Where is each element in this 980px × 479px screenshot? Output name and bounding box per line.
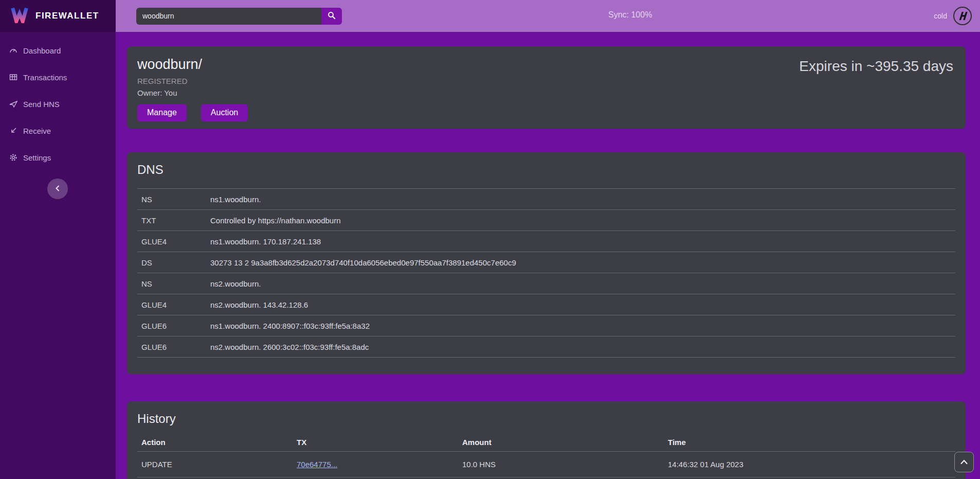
- domain-expiry: Expires in ~395.35 days: [799, 58, 953, 75]
- dns-table: NS ns1.woodburn. TXT Controlled by https…: [137, 188, 955, 358]
- search-group: [136, 8, 342, 25]
- dns-record-row: GLUE6 ns1.woodburn. 2400:8907::f03c:93ff…: [137, 315, 955, 336]
- domain-card: woodburn/ REGISTERED Owner: You Manage A…: [127, 46, 966, 129]
- dns-title: DNS: [137, 163, 955, 177]
- chevron-left-icon: [55, 184, 61, 193]
- sidebar-item-transactions[interactable]: Transactions: [0, 66, 116, 88]
- tx-link[interactable]: 70e64775...: [297, 460, 337, 469]
- dns-record-row: DS 30273 13 2 9a3a8fb3d625d2a2073d740f10…: [137, 252, 955, 273]
- dns-record-value: Controlled by https://nathan.woodburn: [210, 216, 341, 225]
- transactions-icon: [9, 73, 17, 81]
- dns-record-value: ns1.woodburn. 2400:8907::f03c:93ff:fe5a:…: [210, 322, 370, 330]
- dns-record-type: GLUE4: [137, 237, 210, 246]
- scroll-top-button[interactable]: [954, 452, 974, 472]
- history-card: History Action TX Amount Time UPDATE 70e…: [127, 401, 966, 479]
- topbar: Sync: 100% cold: [116, 0, 980, 32]
- dns-record-type: GLUE4: [137, 300, 210, 309]
- history-row: UPDATE 70e64775... 10.0 HNS 14:46:32 01 …: [137, 452, 955, 477]
- dns-record-row: NS ns1.woodburn.: [137, 189, 955, 210]
- dns-card: DNS NS ns1.woodburn. TXT Controlled by h…: [127, 152, 966, 374]
- dns-record-value: 30273 13 2 9a3a8fb3d625d2a2073d740f10da6…: [210, 258, 516, 267]
- sidebar: FIREWALLET Dashboard Transactions Send H…: [0, 0, 116, 479]
- dns-record-value: ns1.woodburn. 170.187.241.138: [210, 237, 321, 246]
- dns-record-row: TXT Controlled by https://nathan.woodbur…: [137, 210, 955, 231]
- column-header-tx: TX: [297, 438, 462, 447]
- history-table: Action TX Amount Time UPDATE 70e64775...…: [137, 433, 955, 479]
- search-icon: [328, 11, 336, 21]
- search-button[interactable]: [321, 8, 342, 25]
- history-action: UPDATE: [137, 460, 297, 469]
- dns-record-type: NS: [137, 279, 210, 288]
- main-content: woodburn/ REGISTERED Owner: You Manage A…: [116, 32, 980, 479]
- dns-record-type: GLUE6: [137, 343, 210, 351]
- wallet-name: cold: [934, 12, 947, 20]
- search-input[interactable]: [136, 8, 321, 25]
- send-icon: [9, 100, 17, 108]
- sidebar-item-dashboard[interactable]: Dashboard: [0, 39, 116, 62]
- domain-status: REGISTERED: [137, 77, 955, 85]
- receive-icon: [9, 127, 17, 135]
- dns-record-type: NS: [137, 195, 210, 204]
- sidebar-item-send-hns[interactable]: Send HNS: [0, 93, 116, 115]
- brand-header: FIREWALLET: [0, 0, 116, 32]
- dns-record-value: ns2.woodburn. 143.42.128.6: [210, 300, 308, 309]
- history-title: History: [137, 412, 955, 426]
- dns-record-row: NS ns2.woodburn.: [137, 273, 955, 294]
- settings-icon: [9, 153, 17, 162]
- domain-actions: Manage Auction: [137, 104, 955, 121]
- dns-record-row: GLUE6 ns2.woodburn. 2600:3c02::f03c:93ff…: [137, 336, 955, 358]
- sidebar-item-receive[interactable]: Receive: [0, 119, 116, 142]
- dns-record-value: ns2.woodburn. 2600:3c02::f03c:93ff:fe5a:…: [210, 343, 369, 351]
- sidebar-item-label: Receive: [23, 127, 51, 135]
- sync-status: Sync: 100%: [608, 10, 652, 20]
- dns-record-type: DS: [137, 258, 210, 267]
- dns-record-row: GLUE4 ns1.woodburn. 170.187.241.138: [137, 231, 955, 252]
- handshake-logo-icon: [953, 7, 972, 25]
- sidebar-item-settings[interactable]: Settings: [0, 146, 116, 169]
- dns-record-type: GLUE6: [137, 322, 210, 330]
- sidebar-nav: Dashboard Transactions Send HNS Receive …: [0, 32, 116, 169]
- chevron-up-icon: [960, 457, 968, 467]
- sidebar-item-label: Transactions: [23, 73, 67, 82]
- dns-record-value: ns2.woodburn.: [210, 279, 261, 288]
- sidebar-item-label: Send HNS: [23, 100, 60, 109]
- sidebar-item-label: Dashboard: [23, 46, 61, 55]
- wallet-group: cold: [934, 0, 972, 32]
- column-header-time: Time: [668, 438, 955, 447]
- dashboard-icon: [9, 46, 17, 55]
- brand-name: FIREWALLET: [35, 11, 99, 21]
- manage-button[interactable]: Manage: [137, 104, 187, 121]
- dns-record-type: TXT: [137, 216, 210, 225]
- dns-record-value: ns1.woodburn.: [210, 195, 261, 204]
- history-header-row: Action TX Amount Time: [137, 433, 955, 452]
- column-header-action: Action: [137, 438, 297, 447]
- column-header-amount: Amount: [462, 438, 668, 447]
- sidebar-item-label: Settings: [23, 153, 51, 162]
- auction-button[interactable]: Auction: [201, 104, 248, 121]
- sidebar-collapse-button[interactable]: [47, 179, 68, 199]
- dns-record-row: GLUE4 ns2.woodburn. 143.42.128.6: [137, 294, 955, 315]
- history-time: 14:46:32 01 Aug 2023: [668, 460, 955, 469]
- firewallet-logo-icon: [10, 7, 29, 25]
- history-amount: 10.0 HNS: [462, 460, 668, 469]
- domain-owner: Owner: You: [137, 88, 955, 97]
